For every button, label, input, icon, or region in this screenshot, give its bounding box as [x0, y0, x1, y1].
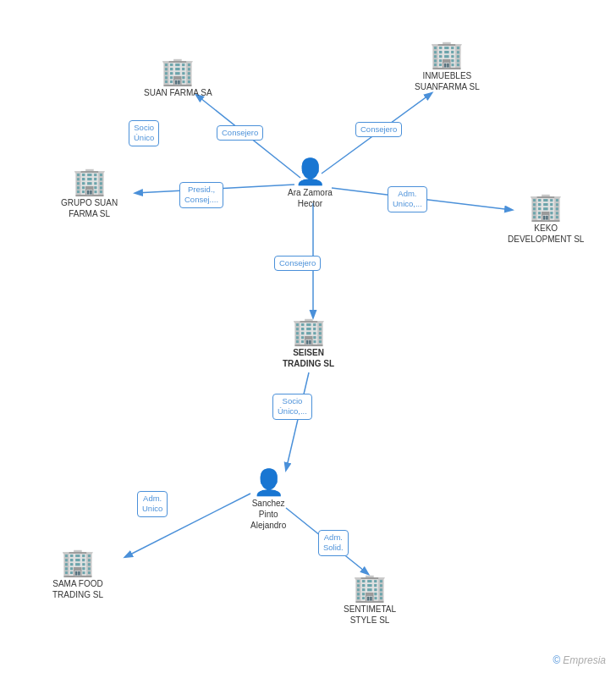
- inmuebles-node: 🏢 INMUEBLESSUANFARMA SL: [415, 41, 480, 92]
- watermark: © Empresia: [553, 654, 606, 666]
- inmuebles-label: INMUEBLESSUANFARMA SL: [415, 70, 480, 92]
- sentimetal-node: 🏢 SENTIMETALSTYLE SL: [344, 574, 396, 626]
- grupo-suan-icon: 🏢: [73, 168, 107, 195]
- badge-consejero-right: Consejero: [355, 122, 402, 137]
- sama-node: 🏢 SAMA FOODTRADING SL: [52, 549, 103, 600]
- keko-icon: 🏢: [529, 193, 563, 220]
- sama-label: SAMA FOODTRADING SL: [52, 578, 103, 600]
- sanchez-label: SanchezPintoAlejandro: [250, 498, 286, 531]
- keko-node: 🏢 KEKODEVELOPMENT SL: [508, 193, 584, 245]
- seisen-icon: 🏢: [292, 317, 326, 345]
- sanchez-icon: 👤: [253, 470, 284, 495]
- seisen-node: 🏢 SEISENTRADING SL: [283, 317, 334, 369]
- grupo-suan-node: 🏢 GRUPO SUANFARMA SL: [61, 168, 118, 219]
- badge-consejero-seisen: Consejero: [274, 256, 321, 271]
- grupo-suan-label: GRUPO SUANFARMA SL: [61, 197, 118, 219]
- seisen-label: SEISENTRADING SL: [283, 347, 334, 369]
- diagram-canvas: 🏢 SUAN FARMA SA 🏢 INMUEBLESSUANFARMA SL …: [0, 0, 616, 673]
- watermark-text: Empresia: [563, 654, 606, 666]
- sentimetal-label: SENTIMETALSTYLE SL: [344, 604, 396, 626]
- watermark-copy: ©: [553, 654, 560, 666]
- suan-farma-icon: 🏢: [161, 58, 195, 85]
- svg-line-5: [286, 372, 309, 470]
- sama-icon: 🏢: [61, 549, 95, 576]
- sentimetal-icon: 🏢: [353, 574, 387, 601]
- ara-label: Ara ZamoraHector: [288, 187, 333, 209]
- badge-adm-unico-keko: Adm.Unico,...: [388, 186, 427, 212]
- sanchez-node: 👤 SanchezPintoAlejandro: [250, 470, 286, 531]
- badge-presid-consej: Presid.,Consej....: [179, 182, 223, 208]
- badge-socio-unico-seisen: SocioÚnico,...: [272, 394, 312, 420]
- badge-consejero-top: Consejero: [217, 125, 263, 141]
- suan-farma-node: 🏢 SUAN FARMA SA: [144, 58, 212, 98]
- badge-adm-unico-sama: Adm.Unico: [137, 491, 168, 517]
- ara-icon: 👤: [294, 159, 326, 185]
- ara-node: 👤 Ara ZamoraHector: [288, 159, 333, 209]
- badge-socio-unico-top: SocioÚnico: [129, 120, 159, 146]
- keko-label: KEKODEVELOPMENT SL: [508, 223, 584, 245]
- suan-farma-label: SUAN FARMA SA: [144, 87, 212, 98]
- inmuebles-icon: 🏢: [430, 41, 464, 68]
- badge-adm-solid: Adm.Solid.: [318, 530, 349, 556]
